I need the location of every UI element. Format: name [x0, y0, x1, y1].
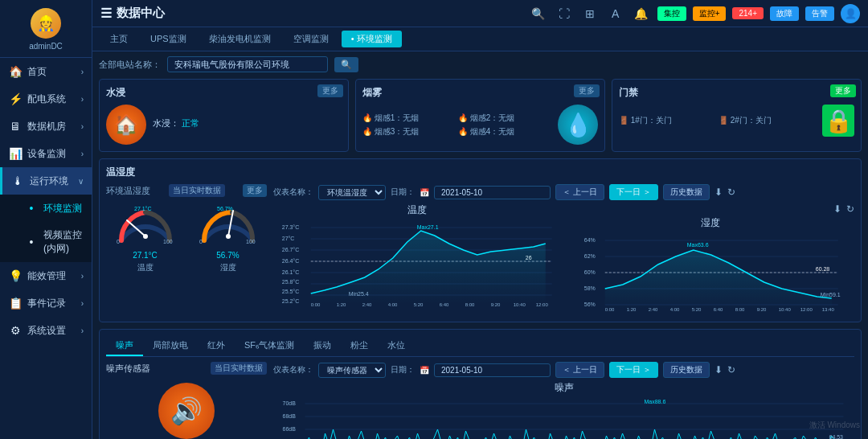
badge-count[interactable]: 214+	[732, 7, 764, 19]
water-info: 水浸： 正常	[153, 117, 342, 132]
sidebar-label-settings: 系统设置	[27, 324, 81, 338]
badge-jiankong[interactable]: 监控+	[693, 6, 727, 21]
svg-text:26.4°C: 26.4°C	[282, 258, 299, 264]
noise-date-label: 日期：	[391, 364, 415, 375]
water-more-button[interactable]: 更多	[317, 84, 343, 97]
sidebar-item-datacenter[interactable]: 🖥 数据机房 ›	[0, 113, 92, 140]
sidebar-item-monitor[interactable]: 📊 设备监测 ›	[0, 140, 92, 167]
door-item-2: 🚪 2#门：关门	[719, 115, 816, 126]
svg-text:60%: 60%	[583, 269, 595, 275]
btab-sf6[interactable]: SF₆气体监测	[235, 336, 304, 356]
svg-text:12:00: 12:00	[800, 307, 813, 312]
avatar[interactable]: 👷	[31, 8, 61, 39]
sidebar-item-settings[interactable]: ⚙ 系统设置 ›	[0, 317, 92, 344]
gauges-panel: 环境温湿度 当日实时数据 更多	[106, 184, 267, 315]
smoke-grid: 🔥 烟感1：无烟 🔥 烟感2：无烟 🔥 烟感3：无烟 🔥 烟感4：无烟	[362, 113, 551, 137]
search-icon[interactable]: 🔍	[529, 4, 548, 23]
topbar-right: 🔍 ⛶ ⊞ A 🔔 集控 监控+ 214+ 故障 告警 👤	[529, 4, 860, 23]
app-title-section: ☰ 数据中心	[100, 6, 165, 21]
bell-icon[interactable]: 🔔	[632, 4, 651, 23]
sidebar-item-efficiency[interactable]: 💡 能效管理 ›	[0, 262, 92, 289]
user-menu-button[interactable]: 👤	[841, 4, 860, 23]
sensor-label: 仪表名称：	[273, 187, 313, 198]
noise-chart-svg: 70dB 68dB 66dB 64dB 62dB 60dB	[273, 397, 854, 439]
water-card-title: 水浸	[106, 86, 342, 100]
sidebar-label-events: 事件记录	[27, 297, 81, 310]
svg-marker-52	[604, 250, 831, 309]
tab-ac[interactable]: 空调监测	[284, 31, 338, 47]
fullscreen-icon[interactable]: ⛶	[555, 4, 574, 23]
humi-chart-svg: 64% 62% 60% 58% 56%	[567, 232, 855, 313]
sidebar-label-home: 首页	[27, 65, 81, 79]
download-icon[interactable]: ⬇	[714, 187, 723, 198]
humi-download-icon[interactable]: ⬇	[833, 203, 841, 215]
svg-text:68dB: 68dB	[283, 413, 297, 419]
badge-jikong[interactable]: 集控	[657, 6, 686, 21]
btab-dust[interactable]: 粉尘	[341, 336, 378, 356]
btab-infrared[interactable]: 红外	[198, 336, 235, 356]
svg-text:Min25.4: Min25.4	[349, 291, 369, 297]
sidebar-item-video[interactable]: • 视频监控(内网)	[0, 222, 92, 262]
noise-history-button[interactable]: 历史数据	[663, 362, 710, 378]
menu-icon[interactable]: ☰	[100, 6, 112, 21]
smoke-more-button[interactable]: 更多	[574, 84, 600, 97]
noise-left-panel: 噪声传感器 当日实时数据 🔊 噪声： 65.4dB	[106, 362, 267, 439]
btab-partial[interactable]: 局部放电	[143, 336, 198, 356]
noise-download-icon[interactable]: ⬇	[714, 364, 723, 375]
svg-text:6:40: 6:40	[440, 302, 449, 307]
svg-text:64.53: 64.53	[829, 434, 844, 439]
noise-sensor-select[interactable]: 噪声传感器	[318, 363, 386, 378]
sidebar-label-power: 配电系统	[27, 92, 81, 106]
sidebar-item-env-monitor[interactable]: • 环境监测	[0, 195, 92, 222]
svg-text:4:00: 4:00	[388, 302, 398, 307]
main-area: ☰ 数据中心 🔍 ⛶ ⊞ A 🔔 集控 监控+ 214+ 故障 告警 👤 主页 …	[92, 0, 868, 439]
svg-text:100: 100	[246, 239, 256, 244]
noise-date-input[interactable]	[434, 363, 551, 377]
svg-text:9:20: 9:20	[756, 307, 766, 312]
history-button[interactable]: 历史数据	[663, 184, 710, 200]
water-status-label: 水浸：	[153, 118, 179, 128]
prev-day-button[interactable]: ＜ 上一日	[555, 184, 604, 200]
page-content: 全部电站名称： 🔍 水浸 更多 🏠 水浸： 正常	[92, 51, 868, 439]
gauges-more-tag[interactable]: 更多	[243, 184, 267, 197]
sidebar-item-environment[interactable]: 🌡 运行环境 ∨	[0, 167, 92, 195]
temp-icon: 🌡	[10, 174, 25, 188]
tab-home[interactable]: 主页	[100, 31, 137, 47]
btab-water[interactable]: 水位	[378, 336, 415, 356]
badge-fault[interactable]: 故障	[770, 6, 799, 21]
tab-ups[interactable]: UPS监测	[141, 31, 196, 47]
station-input[interactable]	[167, 56, 328, 72]
tab-env[interactable]: • 环境监测	[342, 31, 402, 47]
svg-text:62%: 62%	[583, 253, 595, 259]
sensor-select[interactable]: 环境温湿度	[318, 185, 386, 200]
btab-vibration[interactable]: 振动	[304, 336, 341, 356]
topbar: ☰ 数据中心 🔍 ⛶ ⊞ A 🔔 集控 监控+ 214+ 故障 告警 👤	[92, 0, 868, 27]
sidebar-item-home[interactable]: 🏠 首页 ›	[0, 58, 92, 85]
noise-refresh-icon[interactable]: ↻	[727, 364, 735, 375]
sidebar-item-events[interactable]: 📋 事件记录 ›	[0, 289, 92, 317]
server-icon: 🖥	[8, 119, 23, 133]
svg-text:56.7%: 56.7%	[217, 206, 233, 211]
svg-text:9:20: 9:20	[491, 302, 501, 307]
sidebar-item-power[interactable]: ⚡ 配电系统 ›	[0, 85, 92, 113]
door-more-button[interactable]: 更多	[830, 84, 856, 97]
noise-prev-button[interactable]: ＜ 上一日	[555, 362, 604, 378]
svg-text:Max63.6: Max63.6	[686, 242, 708, 248]
noise-calendar-icon: 📅	[420, 366, 429, 375]
svg-text:8:00: 8:00	[735, 307, 744, 312]
expand-icon[interactable]: ⊞	[580, 4, 600, 23]
date-input[interactable]	[434, 186, 551, 199]
next-day-button[interactable]: 下一日 ＞	[609, 184, 658, 200]
station-search-button[interactable]: 🔍	[334, 57, 358, 72]
badge-alarm[interactable]: 告警	[805, 6, 834, 21]
sidebar-label-efficiency: 能效管理	[27, 269, 81, 283]
tab-diesel[interactable]: 柴油发电机监测	[199, 31, 280, 47]
btab-noise[interactable]: 噪声	[106, 336, 143, 356]
sidebar-label-environment: 运行环境	[30, 174, 78, 188]
temp-chart-box: 温度 27.3°C 27°C 26.7°C 26.4°C 26.1°C 25.8…	[273, 203, 561, 315]
refresh-icon[interactable]: ↻	[727, 187, 735, 198]
font-icon[interactable]: A	[606, 4, 625, 23]
humi-refresh-icon[interactable]: ↻	[846, 203, 854, 215]
svg-text:1:20: 1:20	[337, 302, 346, 307]
noise-next-button[interactable]: 下一日 ＞	[609, 362, 658, 378]
